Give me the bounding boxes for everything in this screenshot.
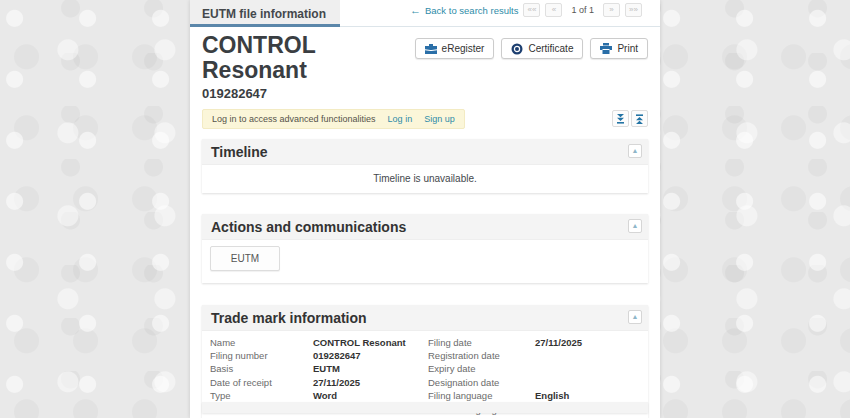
printer-icon	[600, 43, 612, 54]
detail-value: 019282647	[313, 349, 361, 361]
timeline-body: Timeline is unavailable.	[202, 165, 648, 193]
pagination-prev-button[interactable]: «	[545, 3, 562, 17]
title-row: CONTROL Resonant 019282647 eRegister Cer…	[190, 27, 660, 101]
collapse-all-icon	[616, 114, 625, 124]
detail-label: Registration date	[428, 349, 535, 361]
detail-row-filing-language: Filing language English	[428, 389, 640, 402]
trademark-section-header: Trade mark information ▲	[202, 305, 648, 331]
certificate-label: Certificate	[528, 43, 573, 54]
detail-row-date-of-receipt: Date of receipt 27/11/2025	[210, 376, 428, 389]
pagination-first-button[interactable]: ««	[523, 3, 540, 17]
detail-value: CONTROL Resonant	[313, 336, 406, 348]
timeline-empty-message: Timeline is unavailable.	[373, 173, 477, 184]
eregister-label: eRegister	[442, 43, 485, 54]
detail-row-filing-date: Filing date 27/11/2025	[428, 336, 640, 349]
detail-label: Name	[210, 336, 313, 348]
detail-row-basis: Basis EUTM	[210, 362, 428, 375]
detail-label: Filing language	[428, 389, 535, 401]
pagination-last-button[interactable]: »»	[625, 3, 642, 17]
top-navigation: ← Back to search results «« « 1 of 1 » »…	[410, 3, 642, 17]
trademark-section-title: Trade mark information	[211, 310, 367, 326]
actions-communications-section: Actions and communications ▲ EUTM	[202, 214, 648, 283]
back-to-search-results-link[interactable]: ← Back to search results	[410, 5, 518, 16]
application-number: 019282647	[202, 86, 415, 101]
detail-label: Designation date	[428, 376, 535, 388]
actions-section-header: Actions and communications ▲	[202, 214, 648, 240]
trademark-heading: CONTROL Resonant 019282647	[202, 33, 415, 101]
detail-value: Word	[313, 389, 337, 401]
trademark-collapse-button[interactable]: ▲	[628, 310, 642, 324]
timeline-section: Timeline ▲ Timeline is unavailable.	[202, 139, 648, 193]
detail-row-expiry-date: Expiry date	[428, 362, 640, 375]
collapse-all-button[interactable]	[612, 110, 629, 127]
tab-bar: EUTM file information ← Back to search r…	[190, 0, 660, 27]
expand-all-icon	[635, 114, 644, 124]
detail-label: Date of receipt	[210, 376, 313, 388]
certificate-seal-icon	[511, 43, 523, 55]
actions-section-title: Actions and communications	[211, 219, 406, 235]
detail-value: EUTM	[313, 362, 340, 374]
action-buttons: eRegister Certificate Print	[415, 38, 648, 101]
timeline-section-header: Timeline ▲	[202, 139, 648, 165]
detail-label: Expiry date	[428, 362, 535, 374]
next-section-header-partial	[202, 402, 648, 413]
trademark-information-section: Trade mark information ▲ Name CONTROL Re…	[202, 305, 648, 418]
actions-collapse-button[interactable]: ▲	[628, 219, 642, 233]
signup-link[interactable]: Sign up	[424, 114, 455, 124]
briefcase-icon	[425, 43, 437, 54]
detail-value: 27/11/2025	[535, 336, 582, 348]
timeline-collapse-button[interactable]: ▲	[628, 144, 642, 158]
back-arrow-icon: ←	[410, 5, 421, 16]
detail-value: English	[535, 389, 569, 401]
print-label: Print	[617, 43, 638, 54]
pagination-next-button[interactable]: »	[603, 3, 620, 17]
detail-label: Type	[210, 389, 313, 401]
eutm-tab-button[interactable]: EUTM	[210, 246, 280, 271]
tab-label: EUTM file information	[202, 7, 326, 21]
certificate-button[interactable]: Certificate	[501, 38, 583, 59]
back-link-label: Back to search results	[425, 5, 518, 16]
detail-row-name: Name CONTROL Resonant	[210, 336, 428, 349]
eutm-tab-label: EUTM	[231, 253, 259, 264]
login-notice-message: Log in to access advanced functionalitie…	[212, 114, 376, 124]
detail-label: Filing number	[210, 349, 313, 361]
actions-body: EUTM	[202, 240, 648, 283]
print-button[interactable]: Print	[590, 38, 648, 59]
expand-collapse-controls	[612, 110, 648, 127]
expand-all-button[interactable]	[631, 110, 648, 127]
login-link[interactable]: Log in	[388, 114, 413, 124]
page-title: CONTROL Resonant	[202, 33, 415, 84]
eutm-file-information-page: EUTM file information ← Back to search r…	[190, 0, 660, 418]
detail-row-filing-number: Filing number 019282647	[210, 349, 428, 362]
detail-label: Filing date	[428, 336, 535, 348]
detail-row-registration-date: Registration date	[428, 349, 640, 362]
login-row: Log in to access advanced functionalitie…	[202, 109, 648, 129]
detail-row-type: Type Word	[210, 389, 428, 402]
detail-row-designation-date: Designation date	[428, 376, 640, 389]
tab-eutm-file-information[interactable]: EUTM file information	[190, 0, 340, 27]
pagination-position: 1 of 1	[571, 5, 594, 15]
login-notice-bar: Log in to access advanced functionalitie…	[202, 109, 465, 129]
detail-value: 27/11/2025	[313, 376, 360, 388]
eregister-button[interactable]: eRegister	[415, 38, 495, 59]
timeline-title: Timeline	[211, 144, 268, 160]
detail-label: Basis	[210, 362, 313, 374]
